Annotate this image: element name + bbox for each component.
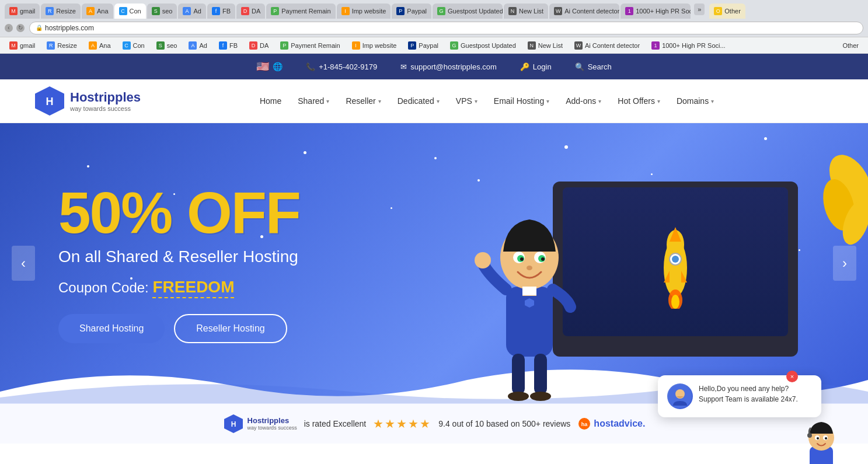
nav-shared[interactable]: Shared ▾ bbox=[291, 92, 336, 110]
bookmark-favicon-fb: f bbox=[219, 41, 227, 50]
tab-favicon-guestpost: G bbox=[437, 7, 445, 15]
bookmark-gmail[interactable]: M gmail bbox=[5, 40, 40, 51]
star-7 bbox=[651, 173, 653, 175]
bookmark-con[interactable]: C Con bbox=[118, 40, 149, 51]
tabs-more-button[interactable]: » bbox=[694, 4, 705, 15]
logo-area[interactable]: H Hostripples way towards success bbox=[35, 86, 141, 116]
tab-gmail[interactable]: M gmail bbox=[5, 4, 40, 19]
star-6 bbox=[564, 145, 568, 149]
tab-favicon-con: C bbox=[119, 7, 127, 15]
bookmarks-more-label: Other bbox=[842, 42, 859, 49]
tab-con[interactable]: C Con bbox=[114, 4, 146, 19]
chat-message-text: Hello,Do you need any help? Support Team… bbox=[699, 383, 812, 409]
bookmark-payment[interactable]: P Payment Remain bbox=[276, 40, 344, 51]
tab-payment[interactable]: P Payment Remain bbox=[266, 4, 335, 19]
tab-other[interactable]: O Other bbox=[709, 4, 745, 19]
tab-paypal[interactable]: P Paypal bbox=[392, 4, 431, 19]
nav-email-hosting[interactable]: Email Hosting ▾ bbox=[487, 92, 556, 110]
tab-imp[interactable]: I Imp website bbox=[337, 4, 391, 19]
bookmark-resize[interactable]: R Resize bbox=[42, 40, 82, 51]
tab-fb[interactable]: f FB bbox=[207, 4, 235, 19]
browser-tabs-bar: M gmail R Resize A Ana C Con S seo A Ad … bbox=[0, 0, 868, 19]
tab-guestpost[interactable]: G Guestpost Updated bbox=[433, 4, 503, 19]
site-header: H Hostripples way towards success Home S… bbox=[0, 79, 868, 123]
star-3 bbox=[304, 151, 306, 154]
search-item[interactable]: 🔍 Search bbox=[575, 62, 612, 71]
hero-subtitle-text: On all Shared & Reseller Hosting bbox=[58, 247, 300, 266]
logo-tagline: way towards success bbox=[70, 105, 141, 112]
svg-point-40 bbox=[807, 433, 812, 438]
top-info-bar: 🇺🇸 🌐 📞 +1-845-402-9179 ✉ support@hostrip… bbox=[0, 54, 868, 79]
bookmark-da[interactable]: D DA bbox=[245, 40, 273, 51]
bookmark-favicon-con: C bbox=[123, 41, 131, 50]
chat-widget[interactable]: × Hello,Do you need any help? Support Te… bbox=[658, 375, 821, 417]
svg-text:H: H bbox=[231, 420, 236, 428]
mascot-svg bbox=[471, 182, 588, 403]
hero-next-button[interactable]: › bbox=[833, 246, 856, 281]
nav-home[interactable]: Home bbox=[253, 92, 288, 110]
nav-addons[interactable]: Add-ons ▾ bbox=[559, 92, 608, 110]
tab-resize[interactable]: R Resize bbox=[41, 4, 81, 19]
url-input[interactable]: 🔒 hostripples.com bbox=[29, 22, 863, 34]
bookmark-paypal[interactable]: P Paypal bbox=[403, 40, 443, 51]
bookmark-favicon-gmail: M bbox=[9, 41, 18, 50]
lock-icon: 🔒 bbox=[36, 25, 43, 31]
svg-point-39 bbox=[825, 437, 827, 439]
bookmark-ai[interactable]: W Ai Content detector bbox=[570, 40, 644, 51]
tab-seo[interactable]: S seo bbox=[147, 4, 177, 19]
star-9 bbox=[764, 137, 767, 140]
bookmark-1000[interactable]: 1 1000+ High PR Soci... bbox=[647, 40, 730, 51]
nav-hot-offers[interactable]: Hot Offers ▾ bbox=[611, 92, 667, 110]
tab-favicon-ana: A bbox=[86, 7, 95, 15]
svg-point-38 bbox=[817, 437, 819, 439]
hero-prev-button[interactable]: ‹ bbox=[12, 246, 35, 281]
tab-1000[interactable]: 1 1000+ High PR Soci... bbox=[621, 4, 691, 19]
tab-ana[interactable]: A Ana bbox=[82, 4, 113, 19]
chat-close-button[interactable]: × bbox=[786, 371, 798, 382]
rating-stars: ★★★★★ bbox=[373, 417, 431, 431]
back-button[interactable]: ‹ bbox=[5, 24, 13, 32]
phone-item[interactable]: 📞 +1-845-402-9179 bbox=[306, 62, 377, 71]
phone-icon: 📞 bbox=[306, 62, 315, 71]
nav-dedicated[interactable]: Dedicated ▾ bbox=[391, 92, 447, 110]
bookmark-ad[interactable]: A Ad bbox=[184, 40, 211, 51]
reseller-hosting-button[interactable]: Reseller Hosting bbox=[174, 314, 287, 343]
nav-reseller[interactable]: Reseller ▾ bbox=[339, 92, 388, 110]
bookmark-ana[interactable]: A Ana bbox=[84, 40, 116, 51]
bookmark-seo[interactable]: S seo bbox=[152, 40, 182, 51]
support-bot[interactable] bbox=[798, 417, 845, 444]
tab-favicon-ad: A bbox=[183, 7, 191, 15]
flag-globe-item[interactable]: 🇺🇸 🌐 bbox=[256, 60, 283, 73]
support-bot-figure bbox=[798, 417, 845, 444]
chevron-down-icon: ▾ bbox=[657, 98, 660, 104]
rocket-illustration bbox=[640, 215, 710, 309]
tab-favicon-seo: S bbox=[152, 7, 160, 15]
email-item[interactable]: ✉ support@hostripples.com bbox=[400, 62, 497, 71]
bookmark-guestpost[interactable]: G Guestpost Updated bbox=[445, 40, 521, 51]
bookmark-fb[interactable]: f FB bbox=[214, 40, 242, 51]
svg-point-22 bbox=[508, 392, 529, 401]
bookmark-favicon-paypal: P bbox=[408, 41, 416, 50]
bookmark-other[interactable]: Other bbox=[838, 41, 863, 50]
tab-da[interactable]: D DA bbox=[236, 4, 265, 19]
chat-avatar bbox=[667, 383, 693, 409]
shared-hosting-button[interactable]: Shared Hosting bbox=[58, 314, 165, 343]
refresh-button[interactable]: ↻ bbox=[16, 24, 25, 32]
nav-vps[interactable]: VPS ▾ bbox=[449, 92, 484, 110]
logo-text-area: Hostripples way towards success bbox=[70, 90, 141, 112]
chevron-down-icon: ▾ bbox=[326, 98, 329, 104]
bookmarks-bar: M gmail R Resize A Ana C Con S seo A Ad … bbox=[0, 37, 868, 54]
login-item[interactable]: 🔑 Login bbox=[520, 62, 552, 71]
tab-newlist[interactable]: N New List bbox=[504, 4, 548, 19]
bookmark-imp[interactable]: I Imp website bbox=[347, 40, 402, 51]
nav-domains[interactable]: Domains ▾ bbox=[670, 92, 721, 110]
rating-score: 9.4 out of 10 based on 500+ reviews bbox=[438, 419, 570, 428]
laptop-screen-inner bbox=[563, 187, 788, 336]
chevron-down-icon: ▾ bbox=[475, 98, 477, 104]
logo-name: Hostripples bbox=[70, 90, 141, 105]
rating-logo-text: Hostripples way towards success bbox=[247, 416, 297, 431]
bookmark-newlist[interactable]: N New List bbox=[523, 40, 567, 51]
tab-favicon-resize: R bbox=[46, 7, 54, 15]
tab-ai[interactable]: W Ai Content detector bbox=[549, 4, 619, 19]
tab-ad[interactable]: A Ad bbox=[178, 4, 205, 19]
